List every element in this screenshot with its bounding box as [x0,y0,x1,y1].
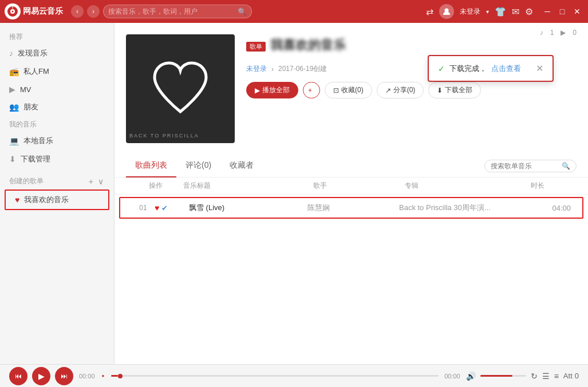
album-cover: BACK TO PRISCILLA [126,34,235,143]
share-button[interactable]: ↗ 分享(0) [377,82,424,98]
tab-search-area[interactable]: 🔍 [484,160,577,172]
playlist-button[interactable]: ☰ [542,372,550,381]
notification-link[interactable]: 点击查看 [491,64,521,74]
song-title: 飘雪 (Live) [189,203,307,213]
svg-rect-3 [13,6,13,9]
sidebar-section-my: 我的音乐 [0,116,114,132]
play-pause-button[interactable]: ▶ [32,367,50,385]
play-all-button[interactable]: ▶ 播放全部 [246,82,298,98]
toggle-playlist-button[interactable]: ∨ [97,177,105,186]
tab-collectors[interactable]: 收藏者 [220,155,263,177]
table-row: 01 ♥ ✔ 飘雪 (Live) 陈慧娴 Back to Priscilla 3… [119,197,583,219]
app-title: 网易云音乐 [23,6,63,17]
sidebar-item-local[interactable]: 💻 本地音乐 [0,132,114,150]
col-album: 专辑 [405,181,531,191]
col-num [126,181,149,191]
tab-comments[interactable]: 评论(0) [176,155,220,177]
progress-dot-icon: ● [102,373,105,378]
user-dropdown-icon[interactable]: ▾ [486,9,489,15]
playlist-creator[interactable]: 未登录 [246,64,267,74]
add-button[interactable]: + [303,82,320,98]
svg-point-2 [12,11,14,13]
share-icon: ↗ [385,86,391,94]
notification-check-icon: ✓ [438,64,445,73]
collect-icon: ⊡ [333,86,339,94]
sidebar-playlist-favorites[interactable]: ♥ 我喜欢的音乐 [5,189,109,210]
next-button[interactable]: ⏭ [55,367,73,385]
song-check-button[interactable]: ✔ [161,204,168,212]
shirt-icon[interactable]: 👕 [495,6,506,17]
playlist-badge: 歌单 [246,42,266,52]
tab-search-input[interactable] [491,162,559,170]
sidebar-item-discover[interactable]: ♪ 发现音乐 [0,44,114,62]
prev-button[interactable]: ⏮ [9,367,27,385]
sidebar-label-fm: 私人FM [23,66,49,77]
repeat-button[interactable]: ↻ [531,372,538,381]
search-input[interactable] [108,7,235,15]
sidebar-item-download[interactable]: ⬇ 下载管理 [0,150,114,168]
mail-icon[interactable]: ✉ [512,6,519,17]
search-bar[interactable]: 🔍 [103,5,252,18]
play-count-area: ♪ 1 ▶ 0 [540,29,577,37]
song-list-header: 操作 音乐标题 歌手 专辑 时长 [115,177,588,195]
content-area: BACK TO PRISCILLA 歌单 我喜欢的音乐 未登录 › 2017-0… [115,23,588,364]
volume-icon-button[interactable]: 🔊 [466,372,476,381]
video-icon: ▶ [9,85,15,94]
notification-popup: ✓ 下载完成， 点击查看 ✕ [428,55,554,82]
sync-icon[interactable]: ⇄ [426,6,433,17]
sidebar-item-friends[interactable]: 👥 朋友 [0,98,114,116]
search-icon: 🔍 [238,7,247,16]
progress-fill [111,375,117,377]
play-icon: ▶ [255,86,260,94]
music-note-icon: ♪ [9,49,13,58]
sidebar: 推荐 ♪ 发现音乐 📻 私人FM ▶ MV 👥 朋友 我的音乐 💻 本地音乐 ⬇… [0,23,115,364]
user-label[interactable]: 未登录 [460,7,480,17]
att-display: Att 0 [563,372,579,380]
settings-icon[interactable]: ⚙ [525,6,533,17]
heart-icon: ♥ [15,195,19,204]
song-number: 01 [132,204,155,212]
collect-button[interactable]: ⊡ 收藏(0) [325,82,372,98]
col-duration: 时长 [531,181,577,191]
progress-bar[interactable] [111,375,439,377]
maximize-button[interactable]: □ [556,5,569,18]
download-all-button[interactable]: ⬇ 下载全部 [428,82,481,98]
volume-bar[interactable] [480,375,526,377]
tab-search-icon: 🔍 [562,162,570,170]
col-title: 音乐标题 [183,181,313,191]
album-cover-text: BACK TO PRISCILLA [129,133,199,139]
progress-thumb[interactable] [118,374,123,378]
col-artist: 歌手 [313,181,405,191]
add-playlist-button[interactable]: + [88,177,94,186]
radio-icon: 📻 [9,67,19,76]
main-layout: 推荐 ♪ 发现音乐 📻 私人FM ▶ MV 👥 朋友 我的音乐 💻 本地音乐 ⬇… [0,23,588,364]
playlist-header: BACK TO PRISCILLA 歌单 我喜欢的音乐 未登录 › 2017-0… [115,23,588,155]
close-button[interactable]: ✕ [571,5,583,18]
playlist-actions: + ∨ [88,177,105,186]
player-controls: ⏮ ▶ ⏭ [9,367,73,385]
window-controls: ─ □ ✕ [541,5,583,18]
playlist-action-buttons: ▶ 播放全部 + ⊡ 收藏(0) ↗ 分享(0) ⬇ 下载全部 [246,82,577,98]
user-avatar[interactable] [439,4,454,19]
att-label: Att [563,372,573,380]
playlist-favorites-label: 我喜欢的音乐 [24,195,69,205]
minimize-button[interactable]: ─ [541,5,554,18]
creator-arrow-icon: › [271,65,274,73]
note-icon: ♪ [540,29,543,37]
nav-back-button[interactable]: ‹ [71,5,84,18]
playlist-section-title: 创建的歌单 [9,176,44,186]
nav-forward-button[interactable]: › [87,5,100,18]
tabs-bar: 歌曲列表 评论(0) 收藏者 🔍 [115,155,588,177]
playlist-title: 我喜欢的音乐 [270,37,346,54]
listen-count: 0 [573,29,577,37]
sidebar-item-mv[interactable]: ▶ MV [0,81,114,98]
notification-close-button[interactable]: ✕ [536,63,543,74]
current-time: 00:00 [79,373,95,380]
download-icon: ⬇ [437,86,443,94]
lyrics-button[interactable]: ≡ [554,372,559,381]
logo-icon [5,3,21,19]
playlist-section-header: 创建的歌单 + ∨ [0,173,114,188]
song-heart-button[interactable]: ♥ [155,203,159,212]
sidebar-item-fm[interactable]: 📻 私人FM [0,62,114,81]
tab-songlist[interactable]: 歌曲列表 [126,155,176,177]
